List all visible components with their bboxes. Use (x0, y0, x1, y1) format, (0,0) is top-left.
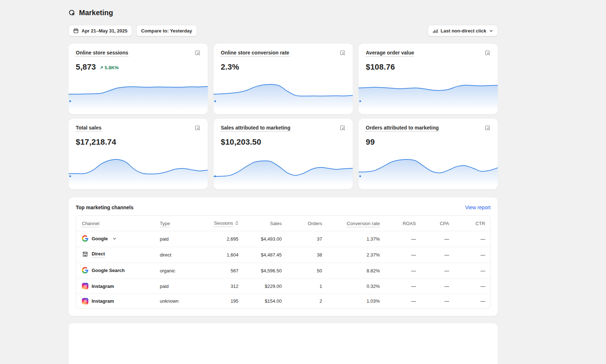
channels-table-body: Googlepaid2,695$4,493.00371.37%———Direct… (76, 231, 491, 309)
sessions-sparkline-chart (69, 82, 208, 114)
cell-sales: $4,493.00 (244, 231, 287, 247)
cell-channel: Instagram (76, 294, 154, 308)
cell-channel: Google Search (76, 263, 154, 279)
column-header-ctr[interactable]: CTR (455, 216, 491, 231)
chart-start-dot (359, 100, 361, 102)
metric-card-online-store-sessions: Online store sessions 5,873 5.8K% (69, 44, 208, 114)
cell-sessions: 195 (197, 294, 244, 308)
calendar-icon (73, 28, 79, 34)
cell-sales: $229.00 (244, 279, 287, 294)
google-icon (82, 235, 88, 242)
metric-label[interactable]: Online store conversion rate (221, 50, 289, 57)
cell-orders: 1 (287, 279, 328, 294)
chart-start-dot (359, 175, 361, 177)
column-header-orders[interactable]: Orders (287, 216, 328, 231)
cell-type: organic (154, 263, 197, 279)
channel-link[interactable]: Google Search (82, 267, 125, 273)
column-header-sales[interactable]: Sales (244, 216, 287, 231)
cell-roas: — (386, 279, 422, 294)
cell-ctr: — (455, 294, 491, 308)
cell-conversion-rate: 1.37% (328, 231, 386, 247)
date-range-button[interactable]: Apr 21–May 31, 2025 (69, 25, 132, 36)
cell-roas: — (386, 263, 422, 279)
column-header-conversion-rate[interactable]: Conversion rate (328, 216, 386, 231)
bar-chart-icon (432, 28, 438, 34)
insight-report-icon[interactable] (484, 125, 491, 131)
channel-link[interactable]: Direct (82, 251, 105, 258)
view-report-link[interactable]: View report (465, 205, 491, 210)
instagram-icon (82, 283, 88, 289)
insight-report-icon[interactable] (484, 50, 491, 56)
attribution-dropdown[interactable]: Last non-direct click (428, 25, 498, 36)
toolbar: Apr 21–May 31, 2025 Compare to: Yesterda… (69, 25, 498, 36)
instagram-icon (82, 298, 88, 304)
cell-channel: Google (76, 231, 154, 247)
metric-value: $10,203.50 (221, 137, 261, 147)
page-title: Marketing (79, 9, 113, 17)
arrow-up-right-icon (100, 66, 104, 70)
cell-orders: 2 (287, 294, 328, 308)
metric-label[interactable]: Online store sessions (76, 50, 128, 57)
marketing-icon (69, 9, 76, 17)
google-icon (82, 267, 88, 273)
channel-link[interactable]: Instagram (82, 283, 114, 289)
chart-start-dot (69, 175, 71, 177)
column-header-channel[interactable]: Channel (76, 216, 154, 231)
cell-orders: 38 (287, 247, 328, 263)
table-row-instagram[interactable]: Instagramunknown195$154.0021.03%——— (76, 294, 491, 308)
channel-link[interactable]: Instagram (82, 298, 114, 304)
conversion-sparkline-chart (214, 82, 353, 114)
metric-card-average-order-value: Average order value $108.76 (359, 44, 498, 114)
column-header-cpa[interactable]: CPA (422, 216, 455, 231)
metric-label[interactable]: Orders attributed to marketing (366, 125, 439, 132)
metric-change-badge: 5.8K% (100, 65, 119, 70)
marketing-dashboard: Marketing Apr 21–May 31, 2025 Compare to… (69, 0, 498, 364)
table-title: Top marketing channels (76, 205, 133, 210)
cell-conversion-rate: 0.32% (328, 279, 386, 294)
cell-sessions: 567 (197, 263, 244, 279)
cell-type: paid (154, 279, 197, 294)
metric-card-conversion-rate: Online store conversion rate 2.3% (214, 44, 353, 114)
cell-cpa: — (422, 279, 455, 294)
cell-roas: — (386, 247, 422, 263)
channels-table: ChannelTypeSessionsSalesOrdersConversion… (76, 215, 491, 309)
sort-icon (235, 221, 238, 227)
metric-value: $17,218.74 (76, 137, 116, 147)
chart-start-dot (214, 175, 216, 177)
cell-cpa: — (422, 247, 455, 263)
cell-type: paid (154, 231, 197, 247)
metric-label[interactable]: Average order value (366, 50, 414, 57)
table-row-direct[interactable]: Directdirect1,604$4,487.45382.37%——— (76, 247, 491, 263)
table-row-google-search[interactable]: Google Searchorganic567$4,596.50508.82%—… (76, 263, 491, 279)
cell-conversion-rate: 2.37% (328, 247, 386, 263)
insight-report-icon[interactable] (194, 125, 201, 131)
chart-start-dot (69, 100, 71, 102)
cell-ctr: — (455, 263, 491, 279)
attribution-label: Last non-direct click (441, 28, 486, 34)
bottom-card-partial (69, 323, 498, 364)
metric-value: $108.76 (366, 62, 395, 72)
cell-sessions: 2,695 (197, 231, 244, 247)
compare-button[interactable]: Compare to: Yesterday (136, 25, 197, 36)
column-header-type[interactable]: Type (154, 216, 197, 231)
metrics-grid: Online store sessions 5,873 5.8K% Online… (69, 44, 498, 189)
column-header-roas[interactable]: ROAS (386, 216, 422, 231)
cell-conversion-rate: 8.82% (328, 263, 386, 279)
cell-ctr: — (455, 247, 491, 263)
compare-label: Compare to: Yesterday (141, 28, 192, 34)
orders-attributed-sparkline-chart (359, 157, 498, 189)
channel-link[interactable]: Google (82, 235, 117, 242)
chevron-down-icon[interactable] (113, 237, 117, 241)
metric-label[interactable]: Total sales (76, 125, 101, 132)
column-header-sessions[interactable]: Sessions (197, 216, 244, 231)
table-row-instagram[interactable]: Instagrampaid312$229.0010.32%——— (76, 279, 491, 294)
table-row-google[interactable]: Googlepaid2,695$4,493.00371.37%——— (76, 231, 491, 247)
cell-roas: — (386, 231, 422, 247)
insight-report-icon[interactable] (194, 50, 201, 56)
metric-label[interactable]: Sales attributed to marketing (221, 125, 290, 132)
insight-report-icon[interactable] (339, 125, 346, 131)
insight-report-icon[interactable] (339, 50, 346, 56)
cell-sessions: 1,604 (197, 247, 244, 263)
cell-cpa: — (422, 263, 455, 279)
cell-ctr: — (455, 279, 491, 294)
